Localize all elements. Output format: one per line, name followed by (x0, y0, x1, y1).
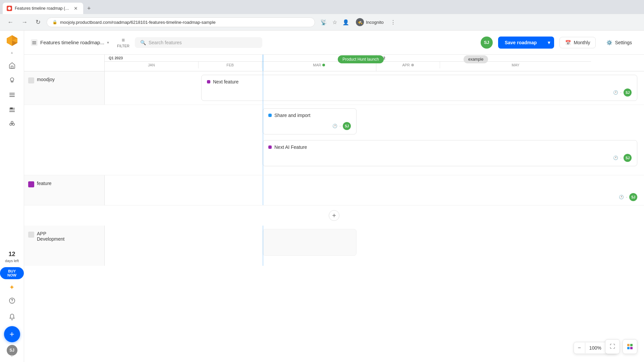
today-line (263, 71, 263, 105)
save-roadmap-button[interactable]: Save roadmap ▾ (498, 37, 554, 49)
today-line-4 (263, 226, 263, 266)
days-left-number: 12 (5, 250, 19, 258)
dash: - (620, 90, 622, 95)
buy-now-button[interactable]: BUY NOW (0, 267, 24, 279)
timeline-months: Q1 2023 JAN FEB MAR (105, 55, 644, 71)
svg-point-16 (12, 302, 12, 302)
apr-dot (411, 64, 414, 66)
ai-feature-avatar: SJ (624, 154, 632, 162)
sidebar-item-bulb[interactable] (5, 73, 19, 87)
active-tab[interactable]: Features timeline roadmap (sam... ✕ (3, 3, 83, 14)
app-logo[interactable] (6, 35, 18, 47)
feature-title: Next feature (207, 79, 632, 84)
scroll-up-indicator[interactable]: ▲ (10, 51, 14, 57)
sidebar-item-roadmap[interactable] (5, 103, 19, 116)
feature-row-footer: 🕐 - SJ (619, 193, 637, 201)
today-line-header (263, 55, 263, 71)
feature-dot-purple-2 (268, 145, 272, 149)
svg-rect-17 (32, 41, 36, 42)
calendar-icon: 📅 (565, 40, 571, 45)
svg-rect-19 (32, 44, 36, 44)
q1-months: JAN FEB MAR (105, 62, 376, 68)
tab-close-button[interactable]: ✕ (72, 5, 79, 12)
example-badge: example (464, 55, 488, 63)
svg-point-14 (11, 121, 13, 123)
zoom-out-button[interactable]: − (574, 342, 585, 354)
svg-rect-22 (627, 347, 630, 349)
forward-button[interactable]: → (19, 17, 30, 27)
q1-label: Q1 2023 (105, 55, 376, 62)
apps-grid-button[interactable] (623, 339, 637, 354)
zoom-value: 100% (585, 343, 606, 353)
timeline-label-column (24, 55, 105, 71)
may-label: MAY (440, 62, 591, 68)
scroll-down-indicator[interactable]: ▼ (10, 354, 14, 361)
settings-icon: ⚙️ (606, 40, 612, 45)
share-import-avatar: SJ (343, 122, 351, 130)
sidebar-item-help[interactable] (5, 294, 19, 307)
roadmap-title[interactable]: Features timeline roadmap... ▾ (31, 39, 109, 46)
sidebar-item-list[interactable] (5, 88, 19, 102)
svg-rect-5 (9, 93, 15, 94)
svg-point-12 (10, 123, 12, 125)
product-hunt-milestone[interactable]: Product Hunt launch (338, 55, 384, 63)
share-import-card[interactable]: Share and import 🕐 - SJ (263, 108, 357, 134)
save-roadmap-dropdown-icon[interactable]: ▾ (544, 37, 554, 49)
col-jan: JAN (105, 62, 199, 68)
settings-button[interactable]: ⚙️ Settings (601, 37, 637, 48)
example-milestone[interactable]: example (464, 55, 488, 63)
svg-rect-11 (10, 108, 13, 109)
filter-button[interactable]: ≡ FILTER (117, 37, 129, 48)
user-avatar-toolbar[interactable]: SJ (481, 37, 493, 49)
global-add-button[interactable]: + (4, 326, 20, 342)
url-bar[interactable]: 🔒 moojoiy.productboard.com/roadmap/62181… (47, 17, 315, 27)
security-icon: 🔒 (52, 20, 57, 24)
new-tab-button[interactable]: + (85, 4, 94, 13)
settings-label: Settings (615, 40, 632, 45)
app-dev-label-container: APP Development (37, 231, 65, 242)
app-label: APP (37, 231, 65, 236)
features-row-content: Share and import 🕐 - SJ (105, 105, 644, 175)
add-feature-row: + (24, 205, 644, 226)
app-dev-row-label: APP Development (24, 226, 105, 266)
svg-rect-23 (630, 347, 633, 349)
sidebar-item-home[interactable] (5, 59, 19, 72)
days-left-label: days left (5, 259, 19, 263)
add-feature-button[interactable]: + (329, 210, 339, 221)
svg-rect-3 (11, 66, 13, 68)
feature-card-footer: 🕐 - SJ (207, 88, 632, 97)
time-icon-4: 🕐 (619, 195, 624, 199)
tab-favicon (7, 6, 12, 11)
time-icon-3: 🕐 (613, 156, 618, 160)
search-icon: 🔍 (140, 40, 146, 45)
svg-rect-20 (627, 344, 630, 346)
roadmap-title-chevron-icon: ▾ (107, 40, 109, 45)
sidebar-item-notifications[interactable] (5, 310, 19, 323)
monthly-button[interactable]: 📅 Monthly (559, 37, 596, 48)
back-button[interactable]: ← (5, 17, 15, 27)
apr-label: APR (376, 62, 440, 68)
next-feature-card[interactable]: Next feature 🕐 - SJ (201, 75, 637, 101)
profile-button[interactable]: 👤 (341, 18, 351, 27)
expand-button[interactable]: ⛶ (605, 339, 620, 354)
roadmap-icon (31, 39, 38, 46)
sidebar-item-integrations[interactable] (5, 118, 19, 131)
ai-feature-text: Next AI Feature (274, 144, 307, 150)
filter-icon: ≡ (122, 37, 125, 43)
roadmap-title-text: Features timeline roadmap... (40, 40, 104, 45)
search-box[interactable]: 🔍 Search features (135, 37, 262, 48)
bookmark-button[interactable]: ☆ (331, 18, 338, 27)
url-text: moojoiy.productboard.com/roadmap/6218101… (60, 20, 309, 25)
ai-feature-card[interactable]: Next AI Feature 🕐 - SJ (263, 140, 637, 166)
table-row: moodjoy Next feature 🕐 (24, 71, 644, 105)
svg-rect-7 (9, 96, 15, 97)
menu-button[interactable]: ⋮ (389, 18, 397, 27)
feature-dot-blue (268, 114, 272, 117)
row-icon (28, 77, 34, 83)
mar-dot (322, 64, 325, 66)
app-sidebar: ▲ 12 days left BUY NOW ✦ (0, 31, 24, 362)
timeline-body: moodjoy Next feature 🕐 (24, 71, 644, 362)
share-import-footer: 🕐 - SJ (268, 122, 351, 130)
cast-button[interactable]: 📡 (319, 18, 328, 27)
reload-button[interactable]: ↻ (34, 17, 43, 27)
